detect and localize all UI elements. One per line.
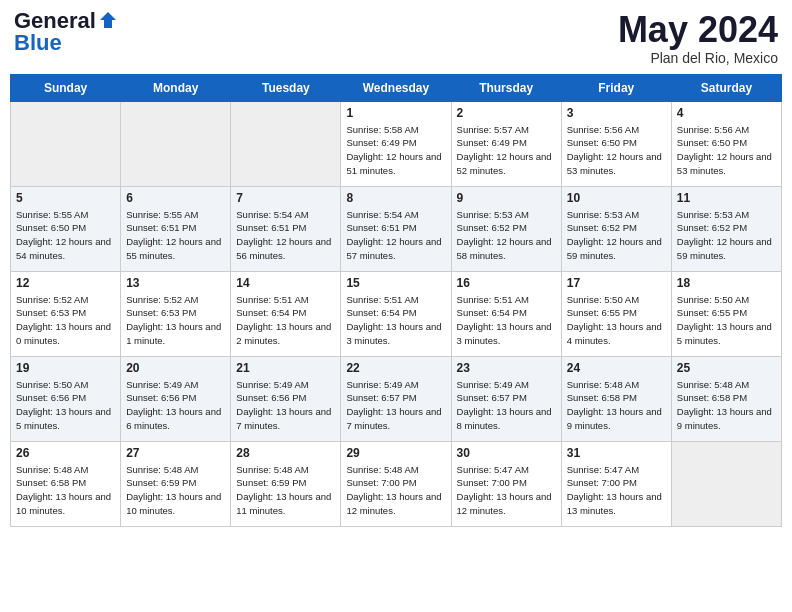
calendar-table: SundayMondayTuesdayWednesdayThursdayFrid… [10, 74, 782, 527]
calendar-cell: 7Sunrise: 5:54 AMSunset: 6:51 PMDaylight… [231, 186, 341, 271]
day-number: 15 [346, 276, 446, 290]
cell-sun-info: Sunrise: 5:56 AMSunset: 6:50 PMDaylight:… [677, 123, 777, 178]
calendar-week-row: 1Sunrise: 5:58 AMSunset: 6:49 PMDaylight… [11, 101, 782, 186]
day-number: 9 [457, 191, 557, 205]
day-number: 26 [16, 446, 116, 460]
page-header: General Blue May 2024 Plan del Rio, Mexi… [10, 10, 782, 66]
day-number: 24 [567, 361, 667, 375]
cell-sun-info: Sunrise: 5:56 AMSunset: 6:50 PMDaylight:… [567, 123, 667, 178]
day-number: 1 [346, 106, 446, 120]
day-number: 23 [457, 361, 557, 375]
calendar-cell [231, 101, 341, 186]
day-number: 6 [126, 191, 226, 205]
day-number: 30 [457, 446, 557, 460]
day-number: 5 [16, 191, 116, 205]
logo-general-text: General [14, 10, 96, 32]
calendar-cell: 10Sunrise: 5:53 AMSunset: 6:52 PMDayligh… [561, 186, 671, 271]
calendar-cell: 9Sunrise: 5:53 AMSunset: 6:52 PMDaylight… [451, 186, 561, 271]
day-number: 25 [677, 361, 777, 375]
cell-sun-info: Sunrise: 5:48 AMSunset: 6:59 PMDaylight:… [126, 463, 226, 518]
calendar-header-tuesday: Tuesday [231, 74, 341, 101]
cell-sun-info: Sunrise: 5:57 AMSunset: 6:49 PMDaylight:… [457, 123, 557, 178]
cell-sun-info: Sunrise: 5:47 AMSunset: 7:00 PMDaylight:… [457, 463, 557, 518]
calendar-header-friday: Friday [561, 74, 671, 101]
calendar-cell: 4Sunrise: 5:56 AMSunset: 6:50 PMDaylight… [671, 101, 781, 186]
cell-sun-info: Sunrise: 5:51 AMSunset: 6:54 PMDaylight:… [346, 293, 446, 348]
day-number: 27 [126, 446, 226, 460]
cell-sun-info: Sunrise: 5:53 AMSunset: 6:52 PMDaylight:… [457, 208, 557, 263]
day-number: 21 [236, 361, 336, 375]
calendar-cell: 24Sunrise: 5:48 AMSunset: 6:58 PMDayligh… [561, 356, 671, 441]
cell-sun-info: Sunrise: 5:48 AMSunset: 7:00 PMDaylight:… [346, 463, 446, 518]
calendar-cell: 14Sunrise: 5:51 AMSunset: 6:54 PMDayligh… [231, 271, 341, 356]
calendar-week-row: 19Sunrise: 5:50 AMSunset: 6:56 PMDayligh… [11, 356, 782, 441]
day-number: 18 [677, 276, 777, 290]
svg-marker-0 [100, 12, 116, 28]
cell-sun-info: Sunrise: 5:48 AMSunset: 6:58 PMDaylight:… [567, 378, 667, 433]
day-number: 17 [567, 276, 667, 290]
cell-sun-info: Sunrise: 5:49 AMSunset: 6:57 PMDaylight:… [346, 378, 446, 433]
calendar-header-monday: Monday [121, 74, 231, 101]
cell-sun-info: Sunrise: 5:54 AMSunset: 6:51 PMDaylight:… [346, 208, 446, 263]
cell-sun-info: Sunrise: 5:52 AMSunset: 6:53 PMDaylight:… [16, 293, 116, 348]
calendar-header-saturday: Saturday [671, 74, 781, 101]
calendar-cell: 27Sunrise: 5:48 AMSunset: 6:59 PMDayligh… [121, 441, 231, 526]
calendar-cell: 11Sunrise: 5:53 AMSunset: 6:52 PMDayligh… [671, 186, 781, 271]
day-number: 12 [16, 276, 116, 290]
calendar-cell [121, 101, 231, 186]
calendar-cell: 22Sunrise: 5:49 AMSunset: 6:57 PMDayligh… [341, 356, 451, 441]
cell-sun-info: Sunrise: 5:50 AMSunset: 6:55 PMDaylight:… [567, 293, 667, 348]
calendar-week-row: 12Sunrise: 5:52 AMSunset: 6:53 PMDayligh… [11, 271, 782, 356]
calendar-cell: 1Sunrise: 5:58 AMSunset: 6:49 PMDaylight… [341, 101, 451, 186]
calendar-cell: 28Sunrise: 5:48 AMSunset: 6:59 PMDayligh… [231, 441, 341, 526]
cell-sun-info: Sunrise: 5:54 AMSunset: 6:51 PMDaylight:… [236, 208, 336, 263]
calendar-cell: 16Sunrise: 5:51 AMSunset: 6:54 PMDayligh… [451, 271, 561, 356]
calendar-cell: 15Sunrise: 5:51 AMSunset: 6:54 PMDayligh… [341, 271, 451, 356]
calendar-cell: 30Sunrise: 5:47 AMSunset: 7:00 PMDayligh… [451, 441, 561, 526]
cell-sun-info: Sunrise: 5:49 AMSunset: 6:57 PMDaylight:… [457, 378, 557, 433]
calendar-cell [671, 441, 781, 526]
title-section: May 2024 Plan del Rio, Mexico [618, 10, 778, 66]
calendar-cell: 21Sunrise: 5:49 AMSunset: 6:56 PMDayligh… [231, 356, 341, 441]
calendar-cell: 19Sunrise: 5:50 AMSunset: 6:56 PMDayligh… [11, 356, 121, 441]
logo: General Blue [14, 10, 118, 54]
cell-sun-info: Sunrise: 5:58 AMSunset: 6:49 PMDaylight:… [346, 123, 446, 178]
cell-sun-info: Sunrise: 5:53 AMSunset: 6:52 PMDaylight:… [677, 208, 777, 263]
day-number: 14 [236, 276, 336, 290]
calendar-cell: 25Sunrise: 5:48 AMSunset: 6:58 PMDayligh… [671, 356, 781, 441]
calendar-cell: 29Sunrise: 5:48 AMSunset: 7:00 PMDayligh… [341, 441, 451, 526]
calendar-cell: 13Sunrise: 5:52 AMSunset: 6:53 PMDayligh… [121, 271, 231, 356]
day-number: 19 [16, 361, 116, 375]
cell-sun-info: Sunrise: 5:48 AMSunset: 6:59 PMDaylight:… [236, 463, 336, 518]
day-number: 28 [236, 446, 336, 460]
day-number: 31 [567, 446, 667, 460]
cell-sun-info: Sunrise: 5:49 AMSunset: 6:56 PMDaylight:… [236, 378, 336, 433]
calendar-header-row: SundayMondayTuesdayWednesdayThursdayFrid… [11, 74, 782, 101]
day-number: 4 [677, 106, 777, 120]
cell-sun-info: Sunrise: 5:48 AMSunset: 6:58 PMDaylight:… [677, 378, 777, 433]
calendar-cell: 3Sunrise: 5:56 AMSunset: 6:50 PMDaylight… [561, 101, 671, 186]
day-number: 16 [457, 276, 557, 290]
calendar-cell: 8Sunrise: 5:54 AMSunset: 6:51 PMDaylight… [341, 186, 451, 271]
cell-sun-info: Sunrise: 5:48 AMSunset: 6:58 PMDaylight:… [16, 463, 116, 518]
calendar-cell: 12Sunrise: 5:52 AMSunset: 6:53 PMDayligh… [11, 271, 121, 356]
calendar-week-row: 5Sunrise: 5:55 AMSunset: 6:50 PMDaylight… [11, 186, 782, 271]
day-number: 2 [457, 106, 557, 120]
calendar-cell: 2Sunrise: 5:57 AMSunset: 6:49 PMDaylight… [451, 101, 561, 186]
day-number: 29 [346, 446, 446, 460]
cell-sun-info: Sunrise: 5:51 AMSunset: 6:54 PMDaylight:… [236, 293, 336, 348]
day-number: 20 [126, 361, 226, 375]
cell-sun-info: Sunrise: 5:50 AMSunset: 6:56 PMDaylight:… [16, 378, 116, 433]
cell-sun-info: Sunrise: 5:49 AMSunset: 6:56 PMDaylight:… [126, 378, 226, 433]
calendar-header-thursday: Thursday [451, 74, 561, 101]
calendar-header-wednesday: Wednesday [341, 74, 451, 101]
cell-sun-info: Sunrise: 5:53 AMSunset: 6:52 PMDaylight:… [567, 208, 667, 263]
cell-sun-info: Sunrise: 5:51 AMSunset: 6:54 PMDaylight:… [457, 293, 557, 348]
calendar-cell: 18Sunrise: 5:50 AMSunset: 6:55 PMDayligh… [671, 271, 781, 356]
day-number: 3 [567, 106, 667, 120]
calendar-cell: 20Sunrise: 5:49 AMSunset: 6:56 PMDayligh… [121, 356, 231, 441]
calendar-cell: 23Sunrise: 5:49 AMSunset: 6:57 PMDayligh… [451, 356, 561, 441]
cell-sun-info: Sunrise: 5:52 AMSunset: 6:53 PMDaylight:… [126, 293, 226, 348]
day-number: 22 [346, 361, 446, 375]
day-number: 8 [346, 191, 446, 205]
